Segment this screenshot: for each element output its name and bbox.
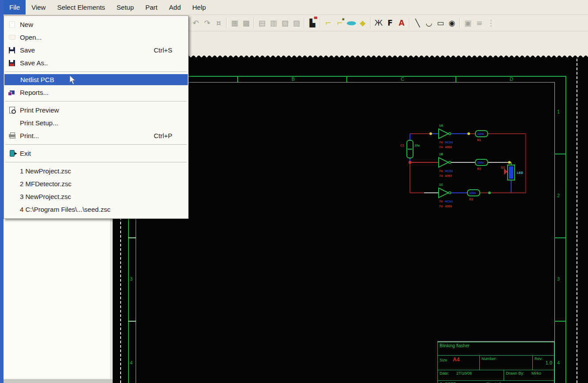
part-list-icon[interactable]: ▤ xyxy=(256,17,268,29)
sheet-row-label-right: 3 xyxy=(557,276,560,282)
sheet-row-tick-left xyxy=(128,321,136,322)
component-label: C1 xyxy=(400,144,404,147)
junction-dot[interactable] xyxy=(488,192,491,194)
led-fill[interactable] xyxy=(509,166,513,179)
inverter-bubble[interactable] xyxy=(449,161,451,164)
inverter-bubble[interactable] xyxy=(449,133,451,135)
junction-dot[interactable] xyxy=(409,161,411,164)
resistor-value[interactable]: 100k xyxy=(477,161,484,164)
component-label: 1A xyxy=(439,124,443,127)
image-frame-icon[interactable]: ▣ xyxy=(462,17,474,29)
toolbar-separator xyxy=(226,17,227,29)
file-menu-item-print-setup[interactable]: Print Setup... xyxy=(4,116,188,129)
menu-item-label: Reports... xyxy=(20,89,188,96)
menubar-item-help[interactable]: Help xyxy=(186,0,212,15)
mouse-cursor xyxy=(69,75,76,85)
line-tool-icon[interactable]: ╲ xyxy=(412,17,423,29)
component-label: 74 xyxy=(439,146,443,149)
title-block-footer: CADPET Sheet of xyxy=(438,381,554,383)
arc-tool-icon[interactable]: ◡ xyxy=(423,17,435,29)
resistor-value[interactable]: 100k xyxy=(477,132,484,135)
net-name-icon[interactable]: Ж xyxy=(373,17,384,29)
field-text-icon[interactable]: F xyxy=(384,17,396,29)
circle-tool-icon[interactable]: ◉ xyxy=(446,17,458,29)
power-port-icon[interactable]: ◆ xyxy=(357,17,368,29)
rectangle-tool-icon[interactable]: ▭ xyxy=(435,17,446,29)
file-menu-item-save-as[interactable]: Save As.. xyxy=(4,56,188,69)
component-label: 74 xyxy=(439,205,443,208)
menu-item-label: 4 C:\Program Files\...\seed.zsc xyxy=(20,206,188,213)
netlist-pcb-icon[interactable]: ▙▀ xyxy=(307,17,318,29)
junction-dot[interactable] xyxy=(508,161,511,164)
file-menu-item-netlist-pcb[interactable]: Netlist PCB xyxy=(4,74,188,85)
save-floppy-icon xyxy=(9,47,15,53)
menubar-item-part[interactable]: Part xyxy=(140,0,163,15)
title-block-date: Date: 27/10/08 xyxy=(438,370,504,381)
zoom-select-icon[interactable]: ¤ xyxy=(213,17,224,29)
file-menu-item-new[interactable]: New xyxy=(4,18,188,31)
renumber-icon[interactable]: ▧ xyxy=(279,17,291,29)
component-label: LED xyxy=(517,171,523,174)
file-menu-item-print-preview[interactable]: Print Preview xyxy=(4,104,188,116)
inverter-bubble[interactable] xyxy=(449,192,451,194)
file-menu-item-save[interactable]: SaveCtrl+S xyxy=(4,44,188,56)
text-tool-icon[interactable]: A xyxy=(396,17,407,29)
file-menu-item-1-newproject-zsc[interactable]: 1 NewProject.zsc xyxy=(4,165,188,177)
inverter-gate[interactable] xyxy=(439,158,448,167)
date-value: 27/10/08 xyxy=(456,371,472,375)
bus-grid-icon[interactable]: ▩ xyxy=(240,17,252,29)
file-menu-item-4-c-program-files-seed-zsc[interactable]: 4 C:\Program Files\...\seed.zsc xyxy=(4,203,188,216)
sheet-row-tick-left xyxy=(128,237,136,238)
wire-tool-icon[interactable]: ⌐ xyxy=(322,17,334,29)
menu-item-label: 2 MFDetector.zsc xyxy=(20,180,188,188)
component-label: R2 xyxy=(477,167,481,170)
size-value: A4 xyxy=(453,357,459,363)
menubar-item-view[interactable]: View xyxy=(26,0,51,15)
component-label: 1B xyxy=(439,153,443,156)
menubar-item-select-elements[interactable]: Select Elements xyxy=(51,0,110,15)
toolbar-separator xyxy=(370,17,371,29)
menubar-item-setup[interactable]: Setup xyxy=(111,0,140,15)
inverter-gate[interactable] xyxy=(439,129,448,139)
net-grid-icon[interactable]: ▦ xyxy=(229,17,240,29)
sheet-row-label-left: 3 xyxy=(130,276,133,282)
file-menu-item-2-mfdetector-zsc[interactable]: 2 MFDetector.zsc xyxy=(4,177,188,190)
ruler-lines-icon[interactable]: ≡ xyxy=(474,17,485,29)
toolbar-separator xyxy=(320,17,321,29)
toolbar-separator xyxy=(304,17,305,29)
file-menu-item-3-newproject-zsc[interactable]: 3 NewProject.zsc xyxy=(4,190,188,203)
menu-item-label: Print Preview xyxy=(20,106,188,114)
inverter-gate[interactable] xyxy=(439,188,448,198)
rotate-left-icon[interactable]: ↶ xyxy=(190,17,201,29)
file-menu-item-open[interactable]: Open... xyxy=(4,31,188,44)
rotate-right-icon[interactable]: ↷ xyxy=(201,17,213,29)
resistor-value[interactable]: 100k xyxy=(469,192,476,195)
component-label: 74 xyxy=(439,200,443,203)
title-block-drawn-by: Drawn By: Mirko xyxy=(504,370,554,381)
statistics-icon[interactable]: ▨ xyxy=(291,17,302,29)
file-menu: NewOpen...SaveCtrl+SSave As..Netlist PCB… xyxy=(4,15,189,219)
columns-icon[interactable]: ⋮ xyxy=(485,17,497,29)
window-left-border xyxy=(0,0,4,383)
component-label: 4069 xyxy=(445,205,452,208)
menubar-item-file[interactable]: File xyxy=(0,0,26,15)
date-label: Date: xyxy=(440,371,449,375)
sheet-row-label-right: 1 xyxy=(557,109,560,114)
file-menu-item-reports[interactable]: Reports... xyxy=(4,86,188,99)
oscillator-circuit[interactable]: 100k100k100k1A1B1C74HC0474406974HC047440… xyxy=(393,119,530,210)
menu-item-label: Netlist PCB xyxy=(20,76,188,83)
menu-item-label: New xyxy=(20,21,188,28)
annotate-icon[interactable]: ▥ xyxy=(268,17,279,29)
junction-dot[interactable] xyxy=(467,132,470,135)
file-menu-item-exit[interactable]: Exit xyxy=(4,147,188,160)
file-menu-item-print[interactable]: Print...Ctrl+P xyxy=(4,129,188,142)
menubar-item-add[interactable]: Add xyxy=(163,0,187,15)
sheet-column-tick xyxy=(455,76,456,82)
size-label: Size xyxy=(440,358,448,362)
new-document-icon xyxy=(9,21,15,28)
junction-dot[interactable] xyxy=(429,132,432,135)
printer-icon xyxy=(9,134,15,137)
sheet-column-label: B xyxy=(292,76,295,82)
led-arrow[interactable] xyxy=(504,169,508,175)
menu-item-shortcut: Ctrl+P xyxy=(154,132,188,139)
